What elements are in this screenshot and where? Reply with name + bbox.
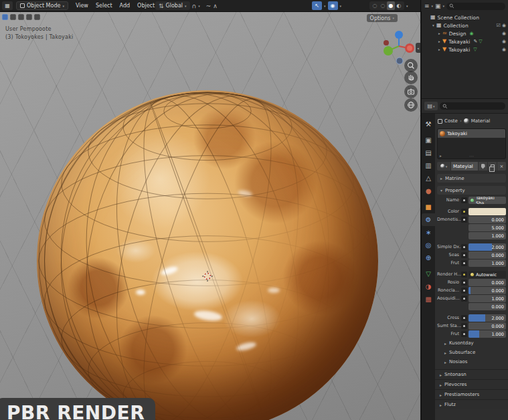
menu-view[interactable]: View (76, 3, 88, 9)
takoyaki-sphere-object[interactable] (37, 90, 378, 420)
animate-decorator[interactable] (461, 252, 467, 258)
value-field[interactable]: 1.000 (469, 232, 506, 239)
slider-field[interactable]: 2.000 (469, 314, 506, 322)
fake-user-button[interactable] (479, 162, 487, 171)
subsection-subsurface[interactable]: ▸Subsurface (435, 348, 508, 357)
expand-caret[interactable]: ▸ (436, 47, 442, 51)
value-field[interactable]: 1.000 (469, 295, 506, 302)
falloff-icon[interactable]: ~ (206, 3, 211, 9)
eye-icon[interactable]: ◉ (502, 31, 506, 36)
animate-decorator[interactable] (461, 272, 467, 278)
animate-decorator[interactable] (461, 288, 467, 294)
animate-decorator[interactable] (461, 331, 467, 337)
animate-decorator[interactable] (461, 260, 467, 266)
expand-caret[interactable]: ▸ (436, 39, 442, 43)
curve-icon[interactable]: ∧ (213, 3, 218, 9)
viewport-icon[interactable] (26, 14, 32, 20)
subsection-kusontday[interactable]: ▸Kusontday (435, 338, 508, 348)
pan-button[interactable] (404, 71, 418, 84)
mesh-data-icon[interactable]: ▽ (479, 39, 482, 44)
breadcrumb-tab[interactable]: Material (471, 118, 490, 124)
slider-field[interactable]: 0.000 (469, 287, 506, 294)
mode-dropdown[interactable]: Object Mode ▾ (16, 1, 68, 10)
menu-object[interactable]: Object (137, 3, 155, 9)
slider-field[interactable]: 1.000 (469, 330, 506, 338)
mesh-data-icon[interactable]: ▽ (473, 47, 477, 52)
tab-render[interactable]: ▣ (422, 134, 435, 146)
chevron-down-icon[interactable]: ▾ (340, 4, 342, 8)
tab-modifiers[interactable]: ⚙ (422, 213, 435, 226)
shading-wireframe-icon[interactable]: ◌ (371, 1, 379, 10)
tab-world[interactable]: ● (422, 185, 435, 197)
menu-add[interactable]: Add (120, 3, 131, 9)
panel-flutz[interactable]: ▸Flutz (435, 399, 508, 409)
snap-target-button[interactable]: ↖ (312, 1, 322, 10)
options-button[interactable]: Options▾ (367, 14, 398, 22)
sidebar-toggle[interactable]: ◂ (416, 43, 420, 53)
eye-icon[interactable]: ◉ (502, 39, 506, 44)
slider-field[interactable]: 2.000 (469, 243, 506, 251)
editor-mode-icon[interactable] (2, 14, 8, 20)
viewport-icon[interactable] (10, 14, 16, 20)
animate-decorator[interactable] (461, 197, 467, 203)
tab-tool[interactable]: ⚒ (422, 118, 435, 130)
eye-icon[interactable]: ◉ (502, 47, 506, 52)
orientation-dropdown[interactable]: ⇅ Global ▾ (155, 1, 190, 10)
data-ball-icon[interactable]: ◉ (470, 31, 474, 36)
section-property[interactable]: ▾ Property (437, 186, 506, 195)
material-slot[interactable]: Takoyaki (438, 129, 505, 138)
value-field[interactable]: 0.000 (469, 303, 506, 310)
shading-material-preview-icon[interactable]: ● (387, 1, 395, 10)
editor-type-icon[interactable]: ▦ (2, 1, 13, 10)
tab-constraints[interactable]: ⊕ (422, 251, 435, 264)
zoom-button[interactable] (404, 59, 418, 72)
animate-decorator[interactable] (461, 315, 467, 321)
value-field[interactable]: 5.000 (469, 224, 506, 231)
value-field[interactable]: 0.000 (469, 216, 506, 223)
viewport-icon[interactable] (18, 14, 24, 20)
outliner-search-input[interactable] (446, 3, 505, 10)
viewport-icon[interactable] (34, 14, 40, 20)
chevron-down-icon[interactable]: ▾ (406, 4, 408, 8)
resize-grip[interactable]: ⋯ (469, 154, 474, 159)
breadcrumb-object[interactable]: Coste (444, 118, 458, 124)
toggle-grid-button[interactable] (404, 98, 418, 112)
chevron-down-icon[interactable]: ▾ (198, 4, 200, 8)
expand-caret[interactable]: ▾ (430, 23, 436, 27)
slider-field[interactable]: 0.000 (469, 251, 506, 259)
outliner-item[interactable]: ▸▼Takayaki✎▽◉ (422, 37, 508, 45)
unlink-button[interactable]: × (497, 162, 506, 171)
animate-decorator[interactable] (461, 244, 467, 250)
shading-solid-icon[interactable]: ◌ (379, 1, 387, 10)
animate-decorator[interactable] (461, 280, 467, 286)
section-preview[interactable]: ▸ Matriine (437, 174, 506, 183)
animate-decorator[interactable] (461, 296, 467, 302)
proportional-editing-button[interactable]: ◉ (328, 1, 338, 10)
outliner-item[interactable]: ▾▦Collection☑◉ (422, 21, 508, 29)
panel-prestiamosters[interactable]: ▸Prestiamosters (435, 389, 508, 399)
chevron-down-icon[interactable]: ▾ (443, 4, 445, 8)
subsection-nosiaos[interactable]: ▸Nosiaos (435, 357, 508, 366)
menu-select[interactable]: Select (96, 3, 112, 9)
tab-output[interactable]: ▤ (422, 146, 435, 159)
checkbox-icon[interactable]: ☑ (497, 23, 501, 28)
animate-decorator[interactable] (461, 217, 467, 223)
tab-physics[interactable]: ◎ (422, 239, 435, 251)
properties-search-input[interactable] (440, 102, 505, 110)
slider-field[interactable]: 1.000 (469, 259, 506, 267)
tab-texture[interactable]: ▩ (422, 293, 435, 306)
tab-view-layer[interactable]: ▥ (422, 159, 435, 172)
camera-view-button[interactable] (404, 85, 418, 98)
shading-rendered-icon[interactable]: ◐ (395, 1, 403, 10)
tab-particles[interactable]: ∗ (422, 226, 435, 239)
slider-field[interactable]: 0.000 (469, 279, 506, 286)
expand-caret[interactable]: ▸ (436, 31, 442, 35)
panel-plevocres[interactable]: ▸Plevocres (435, 379, 508, 389)
display-mode-icon[interactable]: ▣ (435, 3, 441, 9)
tab-object[interactable]: ■ (422, 201, 435, 213)
outliner-item[interactable]: ▸▼Takoyaki▽◉ (422, 45, 508, 54)
color-swatch[interactable] (469, 208, 506, 215)
properties-editor-type-icon[interactable]: ▤▾ (424, 102, 438, 110)
outliner-item[interactable]: ▸≈Design◉◉ (422, 29, 508, 37)
chevron-down-icon[interactable]: ▾ (324, 4, 326, 8)
